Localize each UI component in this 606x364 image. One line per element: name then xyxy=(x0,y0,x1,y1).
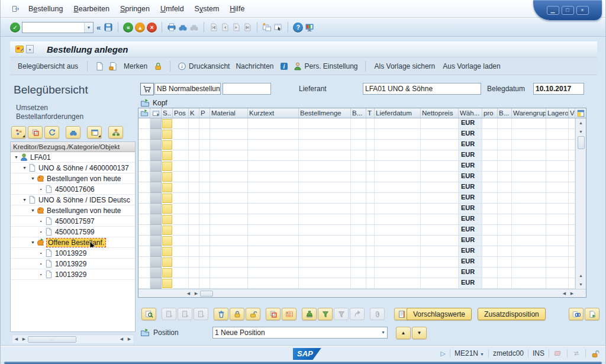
grid-row[interactable]: EUR xyxy=(138,268,586,278)
row-selector[interactable] xyxy=(150,278,162,289)
tree-node-label[interactable]: Bestellungen von heute xyxy=(47,207,121,215)
row-selector[interactable] xyxy=(150,150,162,161)
grid-cell[interactable] xyxy=(366,129,375,140)
grid-cell[interactable] xyxy=(421,161,459,172)
grid-cell[interactable] xyxy=(421,236,459,246)
tree-node[interactable]: ▼Bestellungen von heute xyxy=(11,173,135,184)
grid-cell[interactable] xyxy=(421,150,459,161)
tree-node-label[interactable]: Bestellungen von heute xyxy=(47,175,121,183)
grid-cell[interactable] xyxy=(498,214,512,225)
tree-node-label[interactable]: 4500017597 xyxy=(55,217,95,226)
tree-node-label[interactable]: 10013929 xyxy=(55,249,86,257)
grid-cell[interactable] xyxy=(512,225,546,236)
status-cell[interactable] xyxy=(162,193,173,204)
grid-cell[interactable] xyxy=(569,236,575,246)
grid-cell[interactable] xyxy=(546,172,569,182)
grid-cell[interactable] xyxy=(248,225,299,236)
create-shortcut-button[interactable] xyxy=(273,22,283,32)
row-selector[interactable] xyxy=(150,225,162,236)
grid-cell[interactable] xyxy=(189,118,199,129)
grid-cell[interactable] xyxy=(366,182,375,193)
scroll-right-icon[interactable]: ▶ xyxy=(568,291,576,296)
grid-cell[interactable] xyxy=(248,118,299,129)
grid-cell[interactable] xyxy=(351,118,366,129)
grid-cell[interactable] xyxy=(138,236,150,246)
messages-button[interactable]: Nachrichten xyxy=(234,61,275,72)
lock-icon[interactable] xyxy=(153,62,163,71)
menu-hilfe[interactable]: Hilfe xyxy=(224,3,250,15)
grid-cell[interactable] xyxy=(189,182,199,193)
horizontal-scrollbar[interactable]: ◀ ▶ ◀ ▶ xyxy=(138,289,586,297)
grid-cell[interactable] xyxy=(189,193,199,204)
tree-node-label[interactable]: UNO & Söhne / IDES Deutsc xyxy=(38,196,130,204)
expander-icon[interactable]: ▼ xyxy=(21,198,28,202)
column-header-nettopreis[interactable]: Nettopreis xyxy=(421,108,459,118)
grid-cell[interactable] xyxy=(421,182,459,193)
grid-cell[interactable] xyxy=(351,193,366,204)
grid-cell[interactable] xyxy=(299,278,351,289)
grid-cell[interactable] xyxy=(375,182,421,193)
grid-cell[interactable] xyxy=(210,172,248,182)
currency-cell[interactable]: EUR xyxy=(459,182,482,193)
grid-row[interactable]: EUR xyxy=(138,172,586,182)
tree-node-label[interactable]: 10013929 xyxy=(55,270,86,279)
grid-cell[interactable] xyxy=(498,225,512,236)
grid-cell[interactable] xyxy=(421,140,459,150)
column-header-warengruppe[interactable]: Warengruppe xyxy=(512,108,546,118)
row-selector[interactable] xyxy=(150,204,162,214)
position-select[interactable]: 1 Neue Position▼ xyxy=(212,327,388,339)
grid-cell[interactable] xyxy=(173,257,189,268)
tree-node-label[interactable]: 4500017606 xyxy=(55,185,95,194)
grid-cell[interactable] xyxy=(199,257,210,268)
grid-cell[interactable] xyxy=(546,236,569,246)
grid-cell[interactable] xyxy=(512,268,546,278)
sidebar-link-umsetzen[interactable]: Umsetzen xyxy=(16,104,136,112)
grid-cell[interactable] xyxy=(138,268,150,278)
hold-button[interactable]: Merken xyxy=(122,61,149,72)
tree-node-label[interactable]: LFA01 xyxy=(30,153,51,162)
grid-cell[interactable] xyxy=(421,118,459,129)
scrollbar-thumb[interactable]: ⋯ xyxy=(28,336,76,343)
grid-cell[interactable] xyxy=(189,225,199,236)
grid-cell[interactable] xyxy=(512,161,546,172)
status-cell[interactable] xyxy=(162,118,173,129)
grid-cell[interactable] xyxy=(138,172,150,182)
scroll-left-icon[interactable]: ◀ xyxy=(118,337,125,342)
grid-expand-header[interactable] xyxy=(150,108,162,118)
grid-row[interactable]: EUR xyxy=(138,118,586,129)
row-selector[interactable] xyxy=(150,118,162,129)
menu-bearbeiten[interactable]: Bearbeiten xyxy=(68,3,115,15)
insert-mode-field[interactable]: INS xyxy=(533,349,544,357)
grid-cell[interactable] xyxy=(569,172,575,182)
grid-row[interactable]: EUR xyxy=(138,257,586,268)
find-button[interactable] xyxy=(178,22,188,32)
status-cell[interactable] xyxy=(162,204,173,214)
grid-cell[interactable] xyxy=(248,150,299,161)
grid-cell[interactable] xyxy=(299,193,351,204)
scroll-right-icon[interactable]: ▶ xyxy=(20,337,28,342)
grid-cell[interactable] xyxy=(482,236,498,246)
grid-cell[interactable] xyxy=(512,193,546,204)
item-details-button[interactable] xyxy=(141,308,156,320)
grid-cell[interactable] xyxy=(569,225,575,236)
grid-cell[interactable] xyxy=(569,118,575,129)
sidebar-horizontal-scrollbar[interactable]: ◀ ▶ ⋯ ◀ ▶ xyxy=(12,334,133,343)
currency-cell[interactable]: EUR xyxy=(459,129,482,140)
grid-cell[interactable] xyxy=(210,204,248,214)
grid-cell[interactable] xyxy=(482,140,498,150)
grid-cell[interactable] xyxy=(199,204,210,214)
grid-cell[interactable] xyxy=(512,246,546,257)
grid-cell[interactable] xyxy=(498,172,512,182)
cancel-button[interactable]: × xyxy=(147,22,157,33)
grid-cell[interactable] xyxy=(546,214,569,225)
scroll-left-icon[interactable]: ◀ xyxy=(560,291,568,296)
scroll-down-icon[interactable]: ▼ xyxy=(576,127,586,136)
grid-cell[interactable] xyxy=(421,193,459,204)
grid-cell[interactable] xyxy=(375,246,421,257)
expander-icon[interactable]: ▼ xyxy=(30,208,36,212)
grid-cell[interactable] xyxy=(482,204,498,214)
grid-cell[interactable] xyxy=(366,161,375,172)
minimize-button[interactable]: ▁ xyxy=(547,6,559,15)
grid-cell[interactable] xyxy=(248,246,299,257)
duplicate-item-button[interactable] xyxy=(266,308,281,320)
